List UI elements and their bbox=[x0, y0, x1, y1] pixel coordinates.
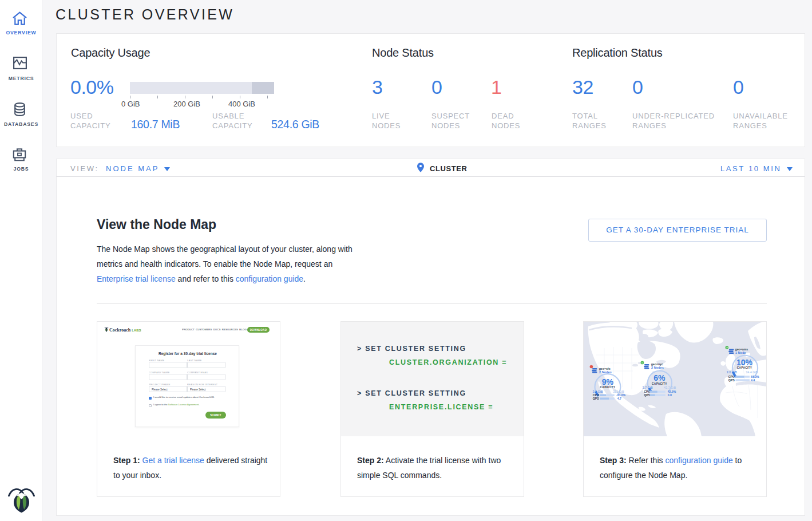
svg-text:QPS: QPS bbox=[644, 393, 650, 397]
svg-text:CAPACITY: CAPACITY bbox=[737, 366, 752, 369]
svg-text:CAPACITY: CAPACITY bbox=[600, 386, 616, 389]
svg-text:3.6 GiB: 3.6 GiB bbox=[727, 370, 737, 374]
svg-text:4.7: 4.7 bbox=[617, 397, 621, 400]
svg-text:43.7 GiB: 43.7 GiB bbox=[664, 386, 676, 389]
svg-text:1 Node: 1 Node bbox=[735, 351, 746, 354]
svg-text:34.4 GiB: 34.4 GiB bbox=[746, 370, 758, 374]
svg-text:6%: 6% bbox=[653, 373, 666, 382]
svg-text:2 Nodes: 2 Nodes bbox=[651, 366, 664, 369]
svg-text:QPS: QPS bbox=[593, 397, 599, 400]
svg-text:QPS: QPS bbox=[728, 378, 735, 382]
svg-text:2 Nodes: 2 Nodes bbox=[599, 370, 612, 374]
svg-text:3.2 GiB: 3.2 GiB bbox=[593, 390, 603, 393]
svg-text:9%: 9% bbox=[602, 377, 614, 386]
svg-text:4.4: 4.4 bbox=[751, 378, 755, 382]
svg-text:3.7 GiB: 3.7 GiB bbox=[643, 386, 653, 389]
svg-text:0.0: 0.0 bbox=[668, 393, 672, 397]
svg-text:351 GiB: 351 GiB bbox=[613, 390, 624, 393]
svg-text:CAPACITY: CAPACITY bbox=[652, 382, 667, 385]
svg-text:10%: 10% bbox=[736, 358, 753, 367]
